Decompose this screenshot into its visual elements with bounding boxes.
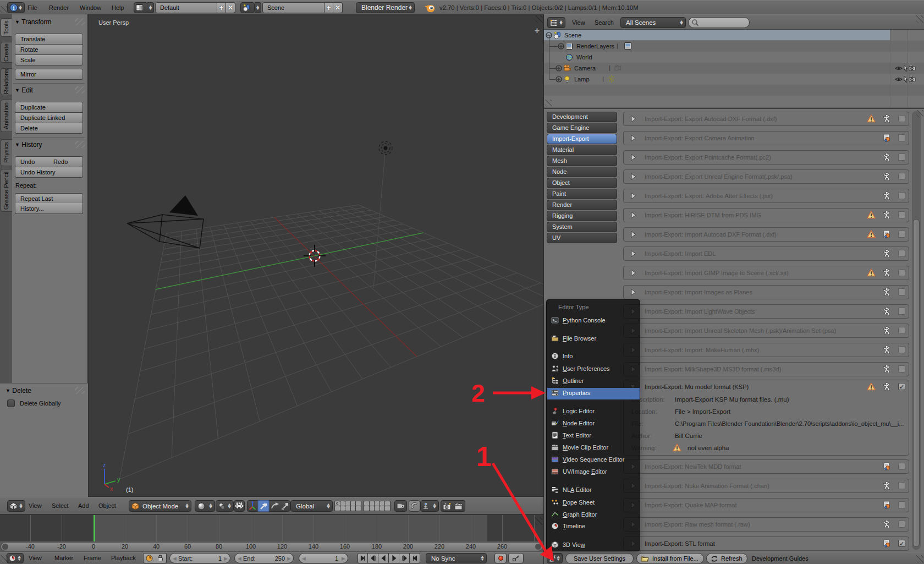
svg-text:z: z — [103, 462, 106, 468]
svg-text:y: y — [117, 476, 120, 483]
svg-text:i: i — [13, 4, 14, 11]
svg-text:x: x — [110, 485, 113, 492]
